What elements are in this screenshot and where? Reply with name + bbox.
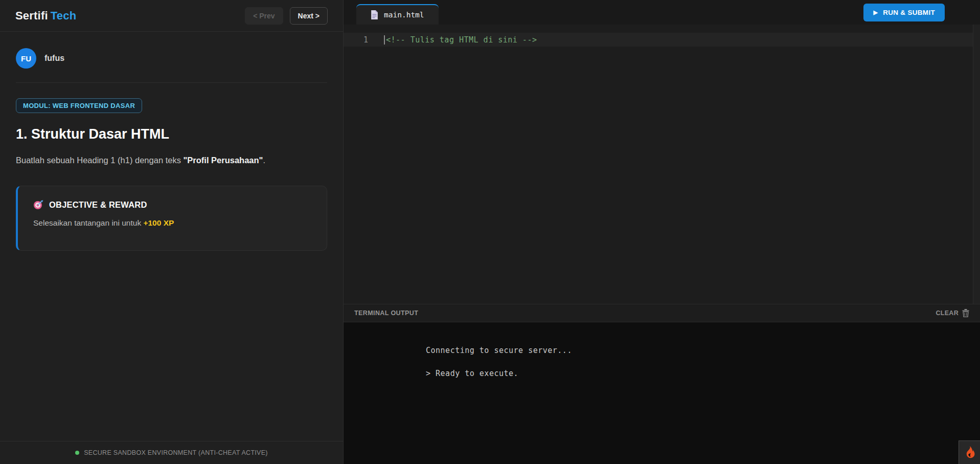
sandbox-status: SECURE SANDBOX ENVIRONMENT (ANTI-CHEAT A…	[0, 441, 343, 464]
clear-label: CLEAR	[936, 310, 959, 317]
tab-main-html[interactable]: main.html	[356, 4, 439, 25]
instruction-target-text: "Profil Perusahaan"	[184, 156, 263, 165]
code-line[interactable]: 1 <!-- Tulis tag HTML di sini -->	[344, 33, 980, 47]
username: fufus	[44, 54, 64, 63]
flame-widget[interactable]	[959, 440, 980, 464]
editor-scrollbar[interactable]	[973, 25, 980, 304]
run-submit-label: RUN & SUBMIT	[883, 9, 935, 16]
text-cursor	[384, 35, 385, 45]
instruction-period: .	[263, 156, 265, 165]
terminal-line: Connecting to secure server...	[426, 346, 980, 355]
terminal-line: > Ready to execute.	[426, 369, 980, 378]
lesson-nav: < Prev Next >	[245, 7, 328, 25]
line-number: 1	[344, 35, 368, 45]
user-profile: FU fufus	[16, 48, 327, 69]
run-submit-button[interactable]: ▶ RUN & SUBMIT	[863, 4, 945, 21]
prev-button[interactable]: < Prev	[245, 7, 283, 25]
brand-primary: Sertifi	[15, 9, 48, 22]
flame-icon	[964, 446, 975, 459]
instruction-text: Buatlah sebuah Heading 1 (h1) dengan tek…	[16, 156, 184, 165]
reward-text: Selesaikan tantangan ini untuk	[33, 218, 143, 227]
next-button[interactable]: Next >	[290, 7, 328, 25]
lesson-title: 1. Struktur Dasar HTML	[16, 126, 327, 142]
terminal-output: Connecting to secure server... > Ready t…	[344, 322, 980, 464]
target-icon	[33, 200, 43, 210]
terminal-title: TERMINAL OUTPUT	[354, 310, 418, 317]
lesson-panel: FU fufus MODUL: WEB FRONTEND DASAR 1. St…	[0, 32, 343, 441]
code-comment: <!-- Tulis tag HTML di sini -->	[386, 35, 537, 45]
play-icon: ▶	[873, 10, 878, 15]
code-editor[interactable]: 1 <!-- Tulis tag HTML di sini -->	[344, 25, 980, 304]
workspace: main.html ▶ RUN & SUBMIT 1 <!-- Tulis ta…	[344, 0, 980, 464]
app-root: SertifiTech < Prev Next > FU fufus MODUL…	[0, 0, 980, 464]
sidebar-header: SertifiTech < Prev Next >	[0, 0, 343, 32]
objective-title-row: OBJECTIVE & REWARD	[33, 200, 314, 210]
status-dot-icon	[75, 451, 79, 455]
brand-logo: SertifiTech	[15, 9, 76, 23]
xp-reward: +100 XP	[143, 218, 174, 227]
objective-title: OBJECTIVE & REWARD	[49, 200, 147, 210]
clear-terminal-button[interactable]: CLEAR	[936, 309, 969, 317]
lesson-instruction: Buatlah sebuah Heading 1 (h1) dengan tek…	[16, 154, 327, 166]
terminal-header: TERMINAL OUTPUT CLEAR	[344, 304, 980, 322]
brand-accent: Tech	[51, 9, 77, 22]
divider	[16, 82, 327, 83]
avatar: FU	[16, 48, 36, 69]
sidebar: SertifiTech < Prev Next > FU fufus MODUL…	[0, 0, 344, 464]
objective-card: OBJECTIVE & REWARD Selesaikan tantangan …	[16, 186, 327, 251]
file-icon	[371, 10, 378, 19]
sandbox-status-text: SECURE SANDBOX ENVIRONMENT (ANTI-CHEAT A…	[84, 449, 268, 456]
objective-text: Selesaikan tantangan ini untuk +100 XP	[33, 218, 314, 228]
editor-toolbar: main.html ▶ RUN & SUBMIT	[344, 0, 980, 25]
trash-icon	[962, 309, 969, 317]
tab-label: main.html	[384, 11, 424, 19]
module-badge: MODUL: WEB FRONTEND DASAR	[16, 98, 142, 113]
